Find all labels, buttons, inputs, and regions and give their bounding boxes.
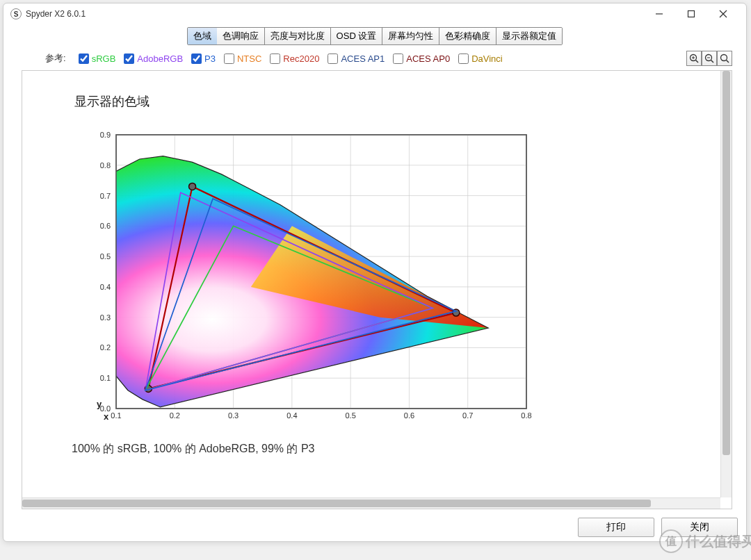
zoom-controls xyxy=(686,51,732,66)
ref-checkbox-ntsc[interactable]: NTSC xyxy=(224,53,261,64)
ref-checkbox-input-rec2020[interactable] xyxy=(270,53,280,64)
ref-checkbox-input-srgb[interactable] xyxy=(79,53,89,64)
svg-text:0.8: 0.8 xyxy=(100,161,111,170)
svg-text:0.2: 0.2 xyxy=(170,411,180,420)
minimize-button[interactable] xyxy=(643,3,675,24)
ref-checkbox-label: DaVinci xyxy=(471,53,503,64)
tab-1[interactable]: 色调响应 xyxy=(217,28,265,44)
svg-text:x: x xyxy=(104,411,109,422)
tab-bar: 色域色调响应亮度与对比度OSD 设置屏幕均匀性色彩精确度显示器额定值 xyxy=(187,27,563,45)
ref-checkbox-label: NTSC xyxy=(237,53,261,64)
vertical-scrollbar[interactable] xyxy=(720,71,732,497)
ref-checkbox-p3[interactable]: P3 xyxy=(191,53,216,64)
close-dialog-button[interactable]: 关闭 xyxy=(661,518,738,537)
ref-checkbox-label: sRGB xyxy=(92,53,116,64)
svg-text:0.1: 0.1 xyxy=(100,374,111,382)
ref-checkbox-input-davinci[interactable] xyxy=(458,53,469,64)
svg-text:0.6: 0.6 xyxy=(100,222,111,230)
ref-checkbox-rec2020[interactable]: Rec2020 xyxy=(270,53,319,64)
svg-text:0.5: 0.5 xyxy=(100,252,111,261)
close-button[interactable] xyxy=(707,3,739,24)
content-pane: 显示器的色域 0.10.20.30.40.50.60.70.80.00.10.2… xyxy=(22,70,732,509)
tab-3[interactable]: OSD 设置 xyxy=(331,28,383,44)
reference-row: 参考: sRGBAdobeRGBP3NTSCRec2020ACES AP1ACE… xyxy=(3,47,746,70)
section-title: 显示器的色域 xyxy=(74,93,725,110)
ref-checkbox-label: Rec2020 xyxy=(283,53,319,64)
svg-line-5 xyxy=(696,60,699,63)
svg-text:0.4: 0.4 xyxy=(100,283,111,291)
ref-checkbox-davinci[interactable]: DaVinci xyxy=(458,53,503,64)
svg-rect-1 xyxy=(688,11,695,17)
svg-text:0.5: 0.5 xyxy=(345,411,355,420)
ref-checkbox-input-aces ap1[interactable] xyxy=(328,53,338,64)
svg-text:0.2: 0.2 xyxy=(100,343,111,352)
print-button[interactable]: 打印 xyxy=(578,518,654,537)
svg-text:0.1: 0.1 xyxy=(111,411,121,420)
maximize-button[interactable] xyxy=(675,3,707,24)
zoom-reset-button[interactable] xyxy=(717,51,732,66)
tab-0[interactable]: 色域 xyxy=(187,27,218,45)
svg-text:0.8: 0.8 xyxy=(521,411,531,420)
svg-text:0.4: 0.4 xyxy=(286,411,297,420)
svg-line-12 xyxy=(727,60,729,63)
zoom-out-button[interactable] xyxy=(702,51,717,66)
ref-checkbox-aces ap0[interactable]: ACES AP0 xyxy=(393,53,450,64)
gamut-result-text: 100% 的 sRGB, 100% 的 AdobeRGB, 99% 的 P3 xyxy=(72,442,725,456)
horizontal-scrollbar[interactable] xyxy=(22,497,720,509)
svg-point-55 xyxy=(189,183,196,190)
tab-4[interactable]: 屏幕均匀性 xyxy=(382,28,439,44)
svg-text:0.3: 0.3 xyxy=(100,313,111,322)
svg-text:0.7: 0.7 xyxy=(462,411,473,420)
toolbar: 色域色调响应亮度与对比度OSD 设置屏幕均匀性色彩精确度显示器额定值 xyxy=(3,24,746,47)
window-title: Spyder X2 6.0.1 xyxy=(26,9,643,19)
zoom-in-button[interactable] xyxy=(686,51,702,66)
svg-text:0.7: 0.7 xyxy=(100,192,111,200)
ref-checkbox-srgb[interactable]: sRGB xyxy=(79,53,116,64)
ref-checkbox-label: P3 xyxy=(204,53,216,64)
minimize-icon xyxy=(655,10,663,18)
titlebar: S Spyder X2 6.0.1 xyxy=(3,3,746,24)
ref-checkbox-aces ap1[interactable]: ACES AP1 xyxy=(328,53,385,64)
tab-6[interactable]: 显示器额定值 xyxy=(496,28,562,44)
ref-checkbox-input-adobergb[interactable] xyxy=(124,53,134,64)
app-icon: S xyxy=(10,8,22,19)
maximize-icon xyxy=(687,10,695,18)
zoom-icon xyxy=(720,53,729,63)
svg-text:0.3: 0.3 xyxy=(228,411,239,420)
svg-text:y: y xyxy=(97,399,102,409)
svg-text:0.6: 0.6 xyxy=(404,411,414,420)
ref-checkbox-input-ntsc[interactable] xyxy=(224,53,234,64)
zoom-in-icon xyxy=(689,53,699,63)
tab-5[interactable]: 色彩精确度 xyxy=(439,28,496,44)
svg-text:0.9: 0.9 xyxy=(100,131,111,139)
app-window: S Spyder X2 6.0.1 色域色调响应亮度与对比度OSD 设置屏幕均匀… xyxy=(3,3,747,542)
reference-label: 参考: xyxy=(45,52,66,65)
ref-checkbox-adobergb[interactable]: AdobeRGB xyxy=(124,53,183,64)
tab-2[interactable]: 亮度与对比度 xyxy=(265,28,331,44)
ref-checkbox-label: AdobeRGB xyxy=(137,53,183,64)
chromaticity-chart: 0.10.20.30.40.50.60.70.80.00.10.20.30.40… xyxy=(74,129,533,428)
close-icon xyxy=(719,10,727,18)
footer: 打印 关闭 xyxy=(3,513,746,541)
ref-checkbox-label: ACES AP0 xyxy=(406,53,450,64)
zoom-out-icon xyxy=(704,53,714,63)
ref-checkbox-input-aces ap0[interactable] xyxy=(393,53,403,64)
svg-line-9 xyxy=(711,60,714,63)
ref-checkbox-input-p3[interactable] xyxy=(191,53,202,64)
svg-point-11 xyxy=(721,55,727,61)
ref-checkbox-label: ACES AP1 xyxy=(341,53,385,64)
